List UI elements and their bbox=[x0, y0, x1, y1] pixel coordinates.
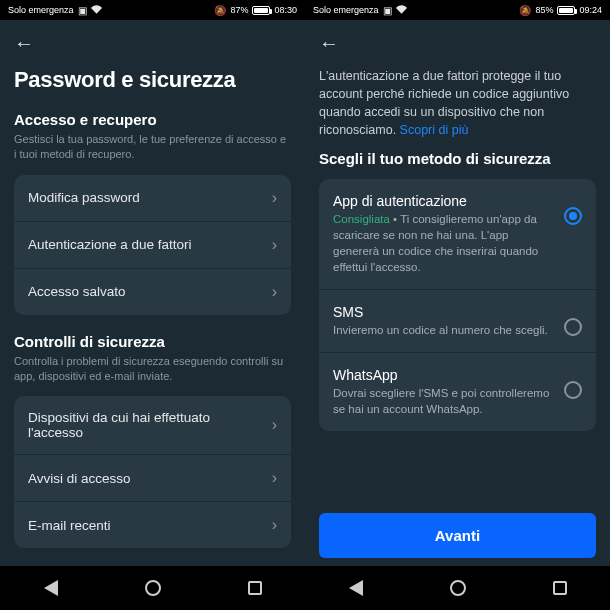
status-bar: Solo emergenza ▣ 🔕 85% 09:24 bbox=[305, 0, 610, 20]
two-factor-description: L'autenticazione a due fattori protegge … bbox=[319, 67, 596, 140]
chevron-right-icon: › bbox=[272, 236, 277, 254]
page-title: Password e sicurezza bbox=[14, 67, 291, 93]
method-authenticator-app[interactable]: App di autenticazione Consigliata • Ti c… bbox=[319, 179, 596, 289]
silent-icon: 🔕 bbox=[519, 5, 531, 16]
wifi-icon bbox=[91, 5, 102, 16]
section-title-security: Controlli di sicurezza bbox=[14, 333, 291, 350]
clock: 09:24 bbox=[579, 5, 602, 15]
chevron-right-icon: › bbox=[272, 516, 277, 534]
item-two-factor[interactable]: Autenticazione a due fattori › bbox=[14, 221, 291, 268]
carrier-text: Solo emergenza bbox=[313, 5, 379, 15]
next-button[interactable]: Avanti bbox=[319, 513, 596, 558]
radio-button[interactable] bbox=[564, 381, 582, 399]
item-saved-access[interactable]: Accesso salvato › bbox=[14, 268, 291, 315]
nfc-icon: ▣ bbox=[383, 5, 392, 16]
battery-icon bbox=[252, 6, 270, 15]
chevron-right-icon: › bbox=[272, 416, 277, 434]
recommended-badge: Consigliata bbox=[333, 213, 390, 225]
item-emails[interactable]: E-mail recenti › bbox=[14, 501, 291, 548]
choose-method-title: Scegli il tuo metodo di sicurezza bbox=[319, 150, 596, 167]
method-desc: Invieremo un codice al numero che scegli… bbox=[333, 322, 554, 338]
access-card: Modifica password › Autenticazione a due… bbox=[14, 175, 291, 315]
nav-home-button[interactable] bbox=[145, 580, 161, 596]
section-title-access: Accesso e recupero bbox=[14, 111, 291, 128]
item-label: E-mail recenti bbox=[28, 518, 111, 533]
item-label: Modifica password bbox=[28, 190, 140, 205]
learn-more-link[interactable]: Scopri di più bbox=[400, 123, 469, 137]
item-label: Autenticazione a due fattori bbox=[28, 237, 192, 252]
nav-back-button[interactable] bbox=[349, 580, 363, 596]
battery-icon bbox=[557, 6, 575, 15]
nfc-icon: ▣ bbox=[78, 5, 87, 16]
item-modify-password[interactable]: Modifica password › bbox=[14, 175, 291, 221]
radio-button[interactable] bbox=[564, 207, 582, 225]
wifi-icon bbox=[396, 5, 407, 16]
section-sub-security: Controlla i problemi di sicurezza esegue… bbox=[14, 354, 291, 385]
item-label: Avvisi di accesso bbox=[28, 471, 131, 486]
battery-percent: 85% bbox=[535, 5, 553, 15]
method-name: WhatsApp bbox=[333, 367, 554, 383]
method-desc: Consigliata • Ti consiglieremo un'app da… bbox=[333, 211, 554, 275]
method-desc: Dovrai scegliere l'SMS e poi controllere… bbox=[333, 385, 554, 417]
method-name: SMS bbox=[333, 304, 554, 320]
nav-recent-button[interactable] bbox=[553, 581, 567, 595]
clock: 08:30 bbox=[274, 5, 297, 15]
methods-card: App di autenticazione Consigliata • Ti c… bbox=[319, 179, 596, 432]
item-devices[interactable]: Dispositivi da cui hai effettuato l'acce… bbox=[14, 396, 291, 454]
nav-home-button[interactable] bbox=[450, 580, 466, 596]
item-label: Dispositivi da cui hai effettuato l'acce… bbox=[28, 410, 248, 440]
android-nav-bar bbox=[305, 566, 610, 610]
chevron-right-icon: › bbox=[272, 189, 277, 207]
radio-button[interactable] bbox=[564, 318, 582, 336]
item-alerts[interactable]: Avvisi di accesso › bbox=[14, 454, 291, 501]
method-whatsapp[interactable]: WhatsApp Dovrai scegliere l'SMS e poi co… bbox=[319, 352, 596, 431]
nav-back-button[interactable] bbox=[44, 580, 58, 596]
status-bar: Solo emergenza ▣ 🔕 87% 08:30 bbox=[0, 0, 305, 20]
nav-recent-button[interactable] bbox=[248, 581, 262, 595]
chevron-right-icon: › bbox=[272, 283, 277, 301]
silent-icon: 🔕 bbox=[214, 5, 226, 16]
method-sms[interactable]: SMS Invieremo un codice al numero che sc… bbox=[319, 289, 596, 352]
back-button[interactable]: ← bbox=[14, 32, 291, 55]
item-label: Accesso salvato bbox=[28, 284, 126, 299]
android-nav-bar bbox=[0, 566, 305, 610]
chevron-right-icon: › bbox=[272, 469, 277, 487]
carrier-text: Solo emergenza bbox=[8, 5, 74, 15]
battery-percent: 87% bbox=[230, 5, 248, 15]
phone-left: Solo emergenza ▣ 🔕 87% 08:30 ← Password … bbox=[0, 0, 305, 610]
security-card: Dispositivi da cui hai effettuato l'acce… bbox=[14, 396, 291, 548]
section-sub-access: Gestisci la tua password, le tue prefere… bbox=[14, 132, 291, 163]
phone-right: Solo emergenza ▣ 🔕 85% 09:24 ← L'autenti… bbox=[305, 0, 610, 610]
back-button[interactable]: ← bbox=[319, 32, 339, 55]
method-name: App di autenticazione bbox=[333, 193, 554, 209]
